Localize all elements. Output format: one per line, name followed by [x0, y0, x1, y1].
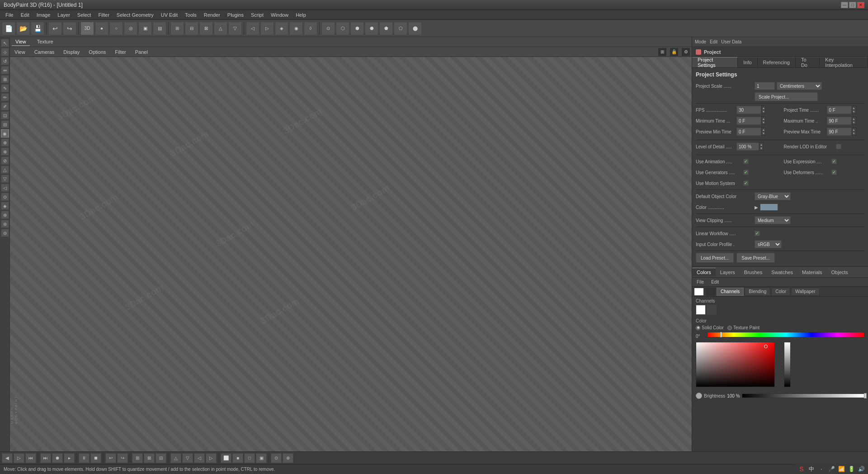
bt-btn-14[interactable]: △ [170, 453, 181, 463]
toolbar-btn-i[interactable]: △ [214, 22, 227, 35]
color-tab-brushes[interactable]: Brushes [740, 268, 767, 276]
toolbar-btn-u[interactable]: ⬠ [394, 22, 407, 35]
sys-icon-5[interactable]: 📶 [837, 465, 845, 473]
color-swatch[interactable] [760, 204, 778, 211]
bt-btn-19[interactable]: ■ [232, 453, 243, 463]
color-tab-swatches[interactable]: Swatches [767, 268, 797, 276]
toolbar-btn-k[interactable]: ◁ [246, 22, 259, 35]
use-anim-checkbox[interactable]: ✓ [743, 159, 749, 164]
bt-btn-9[interactable]: ↩ [105, 453, 116, 463]
toolbar-btn-v[interactable]: ⬤ [408, 22, 422, 35]
menu-item-render[interactable]: Render [200, 10, 224, 19]
left-tool-scale[interactable]: ⇔ [1, 66, 9, 74]
toolbar-btn-r[interactable]: ⬢ [350, 22, 364, 35]
use-def-checkbox[interactable]: ✓ [831, 170, 837, 175]
left-tool-rotate[interactable]: ↺ [1, 57, 9, 65]
bt-btn-12[interactable]: ⊠ [144, 453, 155, 463]
menu-item-edit[interactable]: Edit [17, 10, 33, 19]
default-obj-color-select[interactable]: Gray-Blue Custom [755, 192, 791, 200]
scale-project-button[interactable]: Scale Project... [755, 92, 818, 101]
min-time-spinner[interactable]: ▲ ▼ [761, 117, 766, 125]
solid-color-radio[interactable]: Solid Color [696, 325, 724, 330]
color-tab-objects[interactable]: Objects [827, 268, 853, 276]
toolbar-btn-j[interactable]: ▽ [228, 22, 242, 35]
tab-key-interpolation[interactable]: Key Interpolation [820, 57, 868, 67]
vp-menu-panel[interactable]: Panel [132, 48, 151, 56]
pm-userdata[interactable]: User Data [721, 39, 741, 44]
toolbar-btn-q[interactable]: ⬡ [336, 22, 349, 35]
left-tool-b[interactable]: ✏ [1, 93, 9, 101]
bt-btn-21[interactable]: ▣ [256, 453, 267, 463]
maximize-button[interactable]: □ [849, 2, 856, 8]
bt-btn-5[interactable]: ⏺ [52, 453, 63, 463]
left-tool-q[interactable]: ⊝ [1, 229, 9, 237]
bt-btn-2[interactable]: ▷ [14, 453, 24, 463]
left-tool-g[interactable]: ⊕ [1, 138, 9, 147]
bt-btn-7[interactable]: ⏸ [79, 453, 90, 463]
menu-item-file[interactable]: File [2, 10, 17, 19]
left-tool-c[interactable]: ✐ [1, 102, 9, 110]
vp-menu-view[interactable]: View [12, 48, 28, 56]
color-gradient[interactable] [696, 342, 775, 387]
bt-btn-13[interactable]: ⊟ [156, 453, 166, 463]
bt-btn-20[interactable]: □ [244, 453, 255, 463]
vp-menu-display[interactable]: Display [61, 48, 82, 56]
toolbar-btn-l[interactable]: ▷ [260, 22, 274, 35]
bt-btn-8[interactable]: ⏹ [90, 453, 101, 463]
project-time-spinner[interactable]: ▲ ▼ [852, 106, 856, 114]
left-tool-a[interactable]: ✎ [1, 84, 9, 92]
texture-paint-radio[interactable]: Texture Paint [727, 325, 760, 330]
left-tool-transform[interactable]: ⊞ [1, 75, 9, 83]
toolbar-btn-e[interactable]: ▤ [153, 22, 166, 35]
color-tab-materials[interactable]: Materials [797, 268, 827, 276]
toolbar-btn-new[interactable]: 📄 [2, 22, 15, 35]
brightness-track[interactable] [742, 393, 864, 398]
menu-item-script[interactable]: Script [247, 10, 267, 19]
min-time-value[interactable]: 0 F [736, 117, 761, 125]
toolbar-btn-t[interactable]: ⬟ [379, 22, 393, 35]
vp-menu-options[interactable]: Options [86, 48, 108, 56]
menu-item-help[interactable]: Help [292, 10, 310, 19]
fps-spinner[interactable]: ▲ ▼ [761, 106, 766, 114]
left-tool-h[interactable]: ⊗ [1, 147, 9, 156]
load-preset-button[interactable]: Load Preset... [696, 253, 734, 263]
toolbar-btn-n[interactable]: ◉ [289, 22, 303, 35]
view-clipping-select[interactable]: Medium Small Large [755, 216, 791, 224]
preview-min-value[interactable]: 0 F [736, 128, 761, 136]
brightness-toggle[interactable] [696, 393, 702, 399]
toolbar-btn-undo[interactable]: ↩ [48, 22, 62, 35]
left-tool-n[interactable]: ◈ [1, 202, 9, 210]
toolbar-btn-open[interactable]: 📂 [16, 22, 30, 35]
viewport-content[interactable]: 3Dac.com 3Dac.com 3Dac.com 3Dac.com 3Dac… [10, 57, 692, 451]
minimize-button[interactable]: — [841, 2, 848, 8]
sys-icon-1[interactable]: S [797, 465, 806, 473]
preview-max-spinner[interactable]: ▲ ▼ [852, 128, 856, 136]
menu-item-image[interactable]: Image [33, 10, 54, 19]
max-time-spinner[interactable]: ▲ ▼ [852, 117, 856, 125]
pm-mode[interactable]: Mode [695, 39, 706, 44]
sub-tab-color[interactable]: Color [771, 288, 790, 296]
sub-tab-channels[interactable]: Channels [717, 288, 744, 296]
close-button[interactable]: ✕ [857, 2, 864, 8]
bt-btn-6[interactable]: ▸ [64, 453, 75, 463]
menu-item-tools[interactable]: Tools [181, 10, 200, 19]
lod-value[interactable]: 100 % [736, 142, 759, 151]
sub-tab-wallpaper[interactable]: Wallpaper [791, 288, 820, 296]
toolbar-btn-c[interactable]: ◎ [124, 22, 137, 35]
channel-swatch-white[interactable] [696, 305, 706, 315]
bt-btn-10[interactable]: ↪ [117, 453, 128, 463]
bt-btn-18[interactable]: ⬜ [221, 453, 231, 463]
input-color-select[interactable]: sRGB Linear [755, 240, 782, 248]
left-tool-i[interactable]: ⊘ [1, 156, 9, 165]
bt-btn-23[interactable]: ⊕ [283, 453, 293, 463]
toolbar-btn-render[interactable]: 3D [80, 22, 94, 35]
project-time-value[interactable]: 0 F [827, 106, 852, 114]
left-tool-p[interactable]: ⊜ [1, 220, 9, 228]
left-tool-j[interactable]: △ [1, 166, 9, 174]
menu-item-select[interactable]: Select [74, 10, 95, 19]
sys-icon-2[interactable]: 中 [807, 465, 816, 473]
bt-btn-11[interactable]: ⊞ [132, 453, 143, 463]
sys-icon-7[interactable]: 🔊 [857, 465, 865, 473]
toolbar-btn-a[interactable]: ● [95, 22, 108, 35]
render-lod-checkbox[interactable] [836, 144, 841, 149]
